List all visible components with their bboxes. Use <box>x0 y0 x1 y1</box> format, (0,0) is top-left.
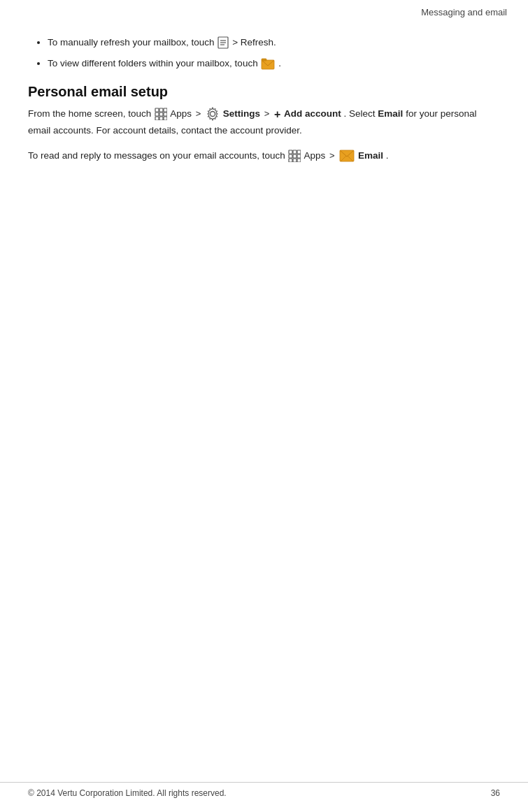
svg-rect-20 <box>293 154 297 158</box>
svg-rect-13 <box>159 117 163 120</box>
paragraph-1: From the home screen, touch Apps > <box>28 106 500 138</box>
gt-3: > <box>329 150 337 161</box>
folders-icon <box>261 58 275 71</box>
bullet-list: To manually refresh your mailbox, touch … <box>28 36 500 71</box>
page-content: To manually refresh your mailbox, touch … <box>0 22 528 215</box>
apps-icon-1 <box>155 108 167 120</box>
para2-email-label: Email <box>358 150 383 161</box>
list-item-refresh: To manually refresh your mailbox, touch … <box>48 36 500 50</box>
svg-rect-12 <box>155 117 159 120</box>
section-heading: Personal email setup <box>28 84 500 100</box>
add-icon: + <box>274 106 280 124</box>
bullet-folders-text-before: To view different folders within your ma… <box>48 58 258 68</box>
settings-icon <box>206 107 220 121</box>
header-title: Messaging and email <box>421 7 507 17</box>
para1-settings-label: Settings <box>223 108 260 119</box>
page-header: Messaging and email <box>0 0 528 22</box>
svg-rect-17 <box>293 150 297 154</box>
svg-rect-14 <box>164 117 167 120</box>
svg-rect-9 <box>155 113 159 116</box>
para1-apps-label: Apps <box>170 108 192 119</box>
para1-before: From the home screen, touch <box>28 108 151 119</box>
para1-after: . Select <box>344 108 376 119</box>
svg-rect-10 <box>159 113 163 116</box>
para2-before: To read and reply to messages on your em… <box>28 150 285 161</box>
svg-rect-11 <box>164 113 167 116</box>
gt-2: > <box>264 108 272 119</box>
svg-rect-19 <box>289 154 292 158</box>
svg-rect-21 <box>297 154 301 158</box>
svg-rect-7 <box>159 108 163 112</box>
email-icon <box>339 150 355 162</box>
para2-end: . <box>386 150 389 161</box>
page-footer: © 2014 Vertu Corporation Limited. All ri… <box>0 782 528 798</box>
refresh-icon <box>217 36 229 49</box>
footer-page-number: 36 <box>491 788 500 798</box>
list-item-folders: To view different folders within your ma… <box>48 57 500 71</box>
svg-rect-16 <box>289 150 292 154</box>
paragraph-2: To read and reply to messages on your em… <box>28 148 500 164</box>
para2-apps-label: Apps <box>304 150 326 161</box>
footer-copyright: © 2014 Vertu Corporation Limited. All ri… <box>28 788 227 798</box>
svg-rect-22 <box>289 159 292 162</box>
svg-rect-23 <box>293 159 297 162</box>
para1-add-label: Add account <box>284 108 341 119</box>
svg-rect-8 <box>164 108 167 112</box>
apps-icon-2 <box>288 150 301 162</box>
para1-email-select: Email <box>378 108 403 119</box>
gt-1: > <box>196 108 204 119</box>
svg-rect-24 <box>297 159 301 162</box>
svg-rect-5 <box>262 59 266 61</box>
svg-point-15 <box>210 112 215 117</box>
bullet-folders-text-after: . <box>278 58 281 68</box>
svg-rect-18 <box>297 150 301 154</box>
svg-rect-6 <box>155 108 159 112</box>
bullet-refresh-text-before: To manually refresh your mailbox, touch <box>48 37 215 48</box>
bullet-refresh-text-after: > Refresh. <box>232 37 276 48</box>
